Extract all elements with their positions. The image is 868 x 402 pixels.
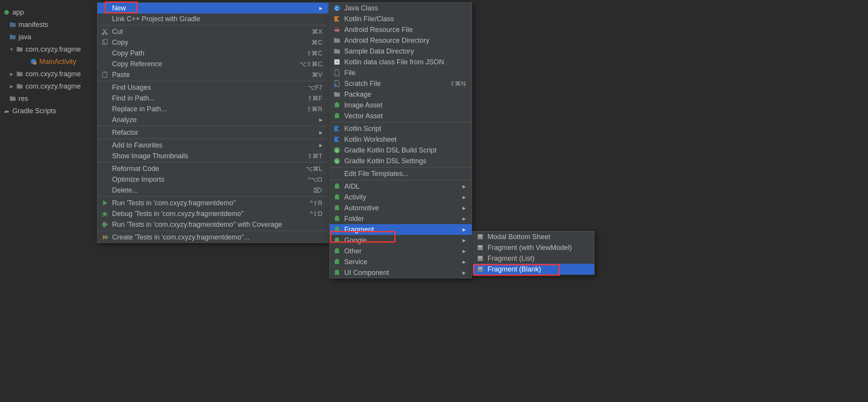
- menu-label: Kotlin File/Class: [344, 15, 466, 23]
- menu-item-folder[interactable]: Folder: [330, 213, 472, 224]
- tree-node-package[interactable]: ▶ com.cxyzy.fragme: [0, 80, 96, 92]
- menu-item-edit-templates[interactable]: Edit File Templates...: [330, 168, 472, 179]
- menu-item-ui-component[interactable]: UI Component: [330, 267, 472, 278]
- menu-item-paste[interactable]: Paste ⌘V: [97, 69, 328, 80]
- menu-item-reformat[interactable]: Reformat Code ⌥⌘L: [97, 163, 328, 174]
- submenu-arrow-icon: [462, 184, 466, 189]
- menu-item-google[interactable]: Google: [330, 235, 472, 246]
- menu-item-replace-in-path[interactable]: Replace in Path... ⇧⌘R: [97, 104, 328, 114]
- android-icon: [333, 236, 341, 245]
- menu-item-image-asset[interactable]: Image Asset: [330, 100, 472, 111]
- menu-item-kotlin-worksheet[interactable]: Kotlin Worksheet: [330, 134, 472, 145]
- menu-separator: [97, 231, 328, 231]
- folder-icon: [333, 47, 341, 55]
- menu-item-package[interactable]: Package: [330, 89, 472, 100]
- tree-node-res[interactable]: res: [0, 92, 96, 105]
- menu-item-copy[interactable]: Copy ⌘C: [97, 37, 328, 48]
- menu-item-kotlin-json[interactable]: JK Kotlin data class File from JSON: [330, 57, 472, 67]
- menu-item-new[interactable]: New: [97, 3, 328, 13]
- xml-icon: </>: [333, 25, 341, 34]
- menu-label: Sample Data Directory: [344, 47, 466, 55]
- blank-icon: [101, 60, 109, 68]
- menu-item-analyze[interactable]: Analyze: [97, 114, 328, 125]
- menu-item-link-cpp[interactable]: Link C++ Project with Gradle: [97, 13, 328, 24]
- menu-item-resource-dir[interactable]: Android Resource Directory: [330, 35, 472, 46]
- blank-icon: [101, 94, 109, 102]
- menu-item-sample-data[interactable]: Sample Data Directory: [330, 46, 472, 57]
- menu-item-fragment-list[interactable]: Fragment (List): [473, 253, 594, 264]
- submenu-arrow-icon: [462, 249, 466, 254]
- tree-node-manifests[interactable]: manifests: [0, 18, 96, 31]
- submenu-arrow-icon: [462, 260, 466, 265]
- menu-item-scratch-file[interactable]: Scratch File ⇧⌘N: [330, 78, 472, 89]
- tree-node-package[interactable]: ▶ com.cxyzy.fragme: [0, 68, 96, 80]
- blank-icon: [101, 186, 109, 194]
- blank-icon: [101, 152, 109, 160]
- menu-label: AIDL: [344, 183, 451, 191]
- fragment-icon: [476, 243, 484, 252]
- menu-item-automotive[interactable]: Automotive: [330, 203, 472, 213]
- menu-item-resource-file[interactable]: </> Android Resource File: [330, 24, 472, 35]
- menu-item-activity[interactable]: Activity: [330, 192, 472, 203]
- menu-item-refactor[interactable]: Refactor: [97, 127, 328, 138]
- menu-item-modal-bottom-sheet[interactable]: Modal Bottom Sheet: [473, 231, 594, 242]
- tree-node-app[interactable]: app: [0, 6, 96, 18]
- menu-item-service[interactable]: Service: [330, 256, 472, 267]
- menu-shortcut: ⇧⌘F: [307, 95, 322, 102]
- menu-item-find-usages[interactable]: Find Usages ⌥F7: [97, 82, 328, 93]
- menu-item-optimize-imports[interactable]: Optimize Imports ^⌥O: [97, 174, 328, 185]
- menu-item-gradle-build[interactable]: G Gradle Kotlin DSL Build Script: [330, 145, 472, 156]
- menu-label: Copy Reference: [112, 60, 284, 68]
- menu-item-cut[interactable]: Cut ⌘X: [97, 26, 328, 37]
- submenu-arrow-icon: [462, 206, 466, 211]
- menu-label: Gradle Kotlin DSL Settings: [344, 157, 466, 165]
- menu-item-aidl[interactable]: AIDL: [330, 181, 472, 192]
- menu-item-kotlin-file[interactable]: Kotlin File/Class: [330, 13, 472, 24]
- menu-item-other[interactable]: Other: [330, 246, 472, 256]
- tree-node-gradle[interactable]: Gradle Scripts: [0, 105, 96, 117]
- menu-label: Fragment (Blank): [488, 265, 588, 273]
- menu-shortcut: ⇧⌘R: [307, 106, 322, 113]
- menu-item-copy-path[interactable]: Copy Path ⇧⌘C: [97, 48, 328, 59]
- menu-item-fragment[interactable]: Fragment: [330, 224, 472, 235]
- menu-item-file[interactable]: File: [330, 67, 472, 78]
- menu-separator: [97, 25, 328, 25]
- svg-rect-26: [478, 266, 483, 272]
- menu-item-copy-reference[interactable]: Copy Reference ⌥⇧⌘C: [97, 59, 328, 69]
- menu-label: Fragment: [344, 226, 451, 234]
- menu-item-add-favorites[interactable]: Add to Favorites: [97, 140, 328, 151]
- menu-item-fragment-viewmodel[interactable]: Fragment (with ViewModel): [473, 242, 594, 253]
- folder-icon: [333, 36, 341, 45]
- menu-item-create-tests[interactable]: Create 'Tests in 'com.cxyzy.fragmentdemo…: [97, 232, 328, 243]
- menu-shortcut: ^⌥O: [308, 176, 322, 183]
- menu-item-delete[interactable]: Delete... ⌦: [97, 185, 328, 196]
- menu-label: UI Component: [344, 269, 451, 277]
- module-icon: [3, 9, 10, 16]
- tree-node-java[interactable]: java: [0, 31, 96, 43]
- blank-icon: [101, 105, 109, 113]
- submenu-arrow-icon: [462, 195, 466, 200]
- menu-item-gradle-settings[interactable]: G Gradle Kotlin DSL Settings: [330, 156, 472, 166]
- menu-item-java-class[interactable]: C Java Class: [330, 3, 472, 13]
- menu-label: Java Class: [344, 4, 466, 12]
- package-icon: [16, 83, 23, 90]
- menu-item-fragment-blank[interactable]: Fragment (Blank): [473, 264, 594, 275]
- menu-label: Link C++ Project with Gradle: [112, 15, 322, 23]
- menu-shortcut: ^⇧D: [310, 210, 322, 218]
- submenu-arrow-icon: [319, 117, 322, 122]
- menu-item-run-coverage[interactable]: Run 'Tests in 'com.cxyzy.fragmentdemo'' …: [97, 219, 328, 230]
- menu-label: Run 'Tests in 'com.cxyzy.fragmentdemo'': [112, 199, 295, 207]
- menu-item-vector-asset[interactable]: Vector Asset: [330, 111, 472, 121]
- svg-rect-5: [104, 39, 107, 44]
- menu-item-show-thumbnails[interactable]: Show Image Thumbnails ⇧⌘T: [97, 151, 328, 161]
- android-icon: [333, 182, 341, 191]
- menu-item-kotlin-script[interactable]: Kotlin Script: [330, 123, 472, 134]
- menu-item-run-tests[interactable]: Run 'Tests in 'com.cxyzy.fragmentdemo'' …: [97, 198, 328, 208]
- tree-node-package[interactable]: ▼ com.cxyzy.fragme: [0, 43, 96, 55]
- menu-shortcut: ⇧⌘T: [307, 152, 322, 160]
- menu-item-find-in-path[interactable]: Find in Path... ⇧⌘F: [97, 93, 328, 104]
- tree-node-main-activity[interactable]: MainActivity: [0, 55, 96, 68]
- menu-label: Fragment (List): [488, 255, 588, 263]
- menu-item-debug-tests[interactable]: Debug 'Tests in 'com.cxyzy.fragmentdemo'…: [97, 208, 328, 219]
- create-icon: [101, 233, 109, 241]
